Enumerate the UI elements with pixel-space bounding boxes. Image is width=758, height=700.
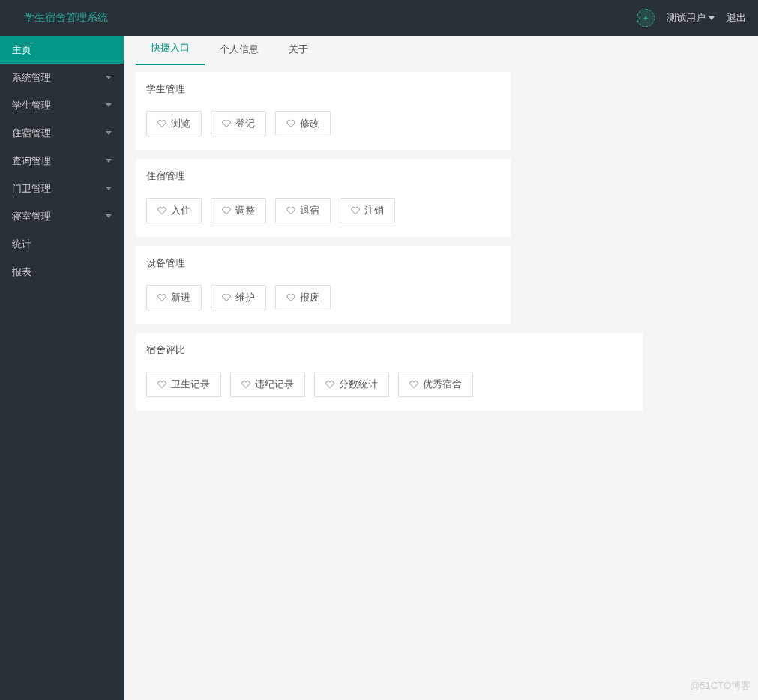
button-row: 入住调整退宿注销: [146, 198, 500, 223]
sidebar-item-2[interactable]: 学生管理: [0, 91, 124, 119]
app-title: 学生宿舍管理系统: [24, 11, 108, 25]
sidebar-item-1[interactable]: 系统管理: [0, 64, 124, 91]
heart-icon: [157, 380, 166, 389]
sidebar-item-3[interactable]: 住宿管理: [0, 119, 124, 147]
heart-icon: [222, 206, 231, 215]
button-label: 分数统计: [339, 378, 378, 391]
button-label: 优秀宿舍: [423, 378, 462, 391]
action-button-0-2[interactable]: 修改: [275, 111, 331, 136]
tab-2[interactable]: 关于: [274, 34, 323, 65]
button-label: 调整: [235, 204, 255, 217]
action-button-0-1[interactable]: 登记: [211, 111, 266, 136]
sidebar: 主页系统管理学生管理住宿管理查询管理门卫管理寝室管理统计报表: [0, 36, 124, 700]
sidebar-item-7[interactable]: 统计: [0, 230, 124, 258]
button-label: 违纪记录: [255, 378, 294, 391]
sidebar-item-label: 主页: [12, 43, 31, 57]
sidebar-item-label: 报表: [12, 265, 31, 279]
heart-icon: [286, 293, 295, 302]
user-menu[interactable]: 测试用户: [667, 11, 715, 25]
action-button-1-2[interactable]: 退宿: [275, 198, 331, 223]
sidebar-item-label: 学生管理: [12, 99, 51, 112]
heart-icon: [286, 206, 295, 215]
button-label: 卫生记录: [171, 378, 210, 391]
button-row: 卫生记录违纪记录分数统计优秀宿舍: [146, 372, 632, 397]
heart-icon: [157, 119, 166, 128]
button-label: 注销: [364, 204, 384, 217]
watermark: @51CTO博客: [690, 679, 751, 693]
panel-title: 宿舍评比: [146, 343, 632, 357]
heart-icon: [351, 206, 360, 215]
chevron-down-icon: [106, 131, 112, 135]
content-area: 快捷入口个人信息关于 学生管理浏览登记修改住宿管理入住调整退宿注销设备管理新进维…: [124, 36, 758, 700]
chevron-down-icon: [106, 214, 112, 218]
heart-icon: [222, 293, 231, 302]
panel-0: 学生管理浏览登记修改: [136, 72, 511, 150]
chevron-down-icon: [106, 187, 112, 190]
panel-title: 学生管理: [146, 82, 500, 96]
button-label: 退宿: [300, 204, 319, 217]
button-row: 新进维护报废: [146, 285, 500, 310]
heart-icon: [157, 206, 166, 215]
tabs: 快捷入口个人信息关于: [136, 36, 746, 66]
sidebar-item-label: 查询管理: [12, 154, 51, 168]
action-button-2-2[interactable]: 报废: [275, 285, 331, 310]
panel-3: 宿舍评比卫生记录违纪记录分数统计优秀宿舍: [136, 333, 643, 411]
action-button-1-1[interactable]: 调整: [211, 198, 266, 223]
sidebar-item-4[interactable]: 查询管理: [0, 147, 124, 175]
action-button-3-2[interactable]: 分数统计: [314, 372, 389, 397]
avatar-icon[interactable]: ✦: [637, 9, 655, 27]
chevron-down-icon: [106, 103, 112, 107]
chevron-down-icon: [106, 76, 112, 79]
button-label: 入住: [171, 204, 190, 217]
tab-1[interactable]: 个人信息: [205, 34, 274, 65]
action-button-3-1[interactable]: 违纪记录: [230, 372, 305, 397]
button-row: 浏览登记修改: [146, 111, 500, 136]
heart-icon: [286, 119, 295, 128]
sidebar-item-label: 门卫管理: [12, 182, 51, 196]
heart-icon: [222, 119, 231, 128]
button-label: 浏览: [171, 117, 190, 130]
action-button-3-3[interactable]: 优秀宿舍: [398, 372, 473, 397]
sidebar-item-0[interactable]: 主页: [0, 36, 124, 64]
button-label: 新进: [171, 291, 190, 304]
action-button-1-3[interactable]: 注销: [340, 198, 395, 223]
heart-icon: [409, 380, 418, 389]
sidebar-item-label: 住宿管理: [12, 127, 51, 140]
heart-icon: [157, 293, 166, 302]
panel-title: 设备管理: [146, 256, 500, 270]
caret-down-icon: [709, 16, 715, 20]
sidebar-item-label: 统计: [12, 238, 31, 251]
action-button-1-0[interactable]: 入住: [146, 198, 202, 223]
sidebar-item-5[interactable]: 门卫管理: [0, 175, 124, 202]
action-button-0-0[interactable]: 浏览: [146, 111, 202, 136]
logout-button[interactable]: 退出: [727, 11, 746, 25]
action-button-3-0[interactable]: 卫生记录: [146, 372, 221, 397]
chevron-down-icon: [106, 159, 112, 163]
panel-1: 住宿管理入住调整退宿注销: [136, 159, 511, 237]
button-label: 维护: [235, 291, 255, 304]
user-name: 测试用户: [667, 11, 706, 25]
button-label: 报废: [300, 291, 319, 304]
sidebar-item-label: 寝室管理: [12, 210, 51, 223]
sidebar-item-8[interactable]: 报表: [0, 258, 124, 286]
panel-2: 设备管理新进维护报废: [136, 246, 511, 324]
heart-icon: [241, 380, 250, 389]
heart-icon: [325, 380, 334, 389]
sidebar-item-label: 系统管理: [12, 71, 51, 85]
action-button-2-1[interactable]: 维护: [211, 285, 266, 310]
action-button-2-0[interactable]: 新进: [146, 285, 202, 310]
header: 学生宿舍管理系统 ✦ 测试用户 退出: [0, 0, 758, 36]
button-label: 修改: [300, 117, 319, 130]
sidebar-item-6[interactable]: 寝室管理: [0, 202, 124, 230]
panel-title: 住宿管理: [146, 169, 500, 183]
button-label: 登记: [235, 117, 255, 130]
header-right: ✦ 测试用户 退出: [637, 9, 746, 27]
tab-0[interactable]: 快捷入口: [136, 32, 205, 65]
